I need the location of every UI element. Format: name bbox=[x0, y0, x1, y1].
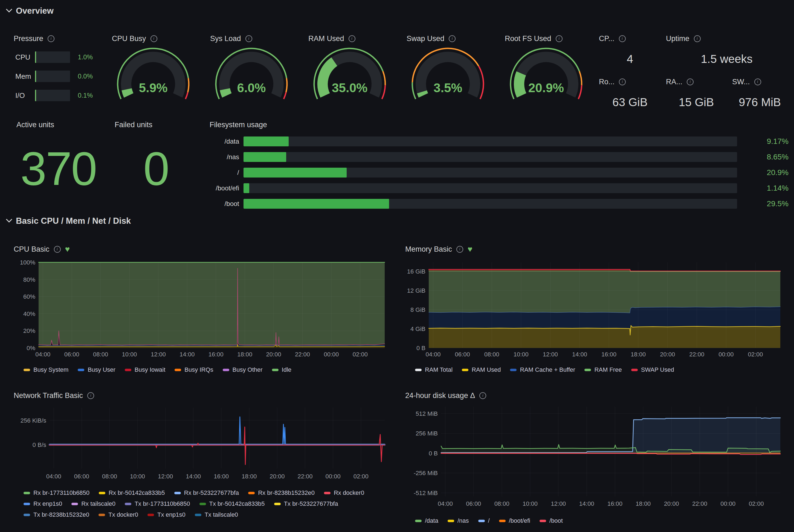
svg-text:100%: 100% bbox=[20, 259, 35, 266]
legend-item[interactable]: Rx enp1s0 bbox=[23, 500, 62, 507]
legend-item[interactable]: Tx br-1773110b6850 bbox=[125, 500, 190, 507]
filesystem-row: /boot/efi1.14% bbox=[208, 183, 789, 193]
info-icon[interactable]: i bbox=[619, 78, 626, 86]
legend-color-chip bbox=[223, 369, 229, 371]
legend-item[interactable]: /boot bbox=[540, 517, 563, 524]
legend-item[interactable]: RAM Total bbox=[415, 366, 453, 373]
legend-item[interactable]: /nas bbox=[448, 517, 469, 524]
panel-title[interactable]: Uptime bbox=[666, 35, 689, 43]
legend-item[interactable]: RAM Used bbox=[462, 366, 501, 373]
section-basic[interactable]: Basic CPU / Mem / Net / Disk bbox=[8, 216, 131, 226]
info-icon[interactable]: i bbox=[348, 35, 355, 42]
stat-value: 63 GiB bbox=[598, 96, 662, 109]
svg-text:12:00: 12:00 bbox=[158, 473, 173, 480]
legend-item[interactable]: /data bbox=[415, 517, 438, 524]
legend-color-chip bbox=[174, 369, 181, 371]
active-units-value: 370 bbox=[13, 145, 104, 192]
info-icon[interactable]: i bbox=[449, 35, 456, 42]
panel-title[interactable]: SW... bbox=[732, 78, 750, 86]
panel-title[interactable]: Active units bbox=[16, 121, 54, 129]
pressure-rows: CPU1.0%Mem0.0%I/O0.1% bbox=[13, 44, 104, 101]
info-icon[interactable]: i bbox=[54, 246, 61, 253]
panel-title[interactable]: Sys Load bbox=[210, 35, 241, 43]
disk-usage-legend: /data/nas//boot/efi/boot bbox=[404, 514, 789, 524]
panel-memory-basic: Memory Basic i ♥ 16 GiB12 GiB8 GiB4 GiB0… bbox=[404, 241, 789, 379]
panel-title[interactable]: CPU Busy bbox=[112, 35, 146, 43]
legend-item[interactable]: Rx docker0 bbox=[324, 489, 364, 496]
panel-title[interactable]: CPU Basic bbox=[14, 245, 50, 253]
legend-item[interactable]: RAM Cache + Buffer bbox=[510, 366, 575, 373]
legend-item[interactable]: Busy Iowait bbox=[125, 366, 166, 373]
panel-title[interactable]: 24-hour disk usage Δ bbox=[405, 392, 475, 400]
legend-item[interactable]: / bbox=[478, 517, 490, 524]
info-icon[interactable]: i bbox=[87, 392, 94, 399]
info-icon[interactable]: i bbox=[48, 35, 54, 42]
svg-text:60%: 60% bbox=[23, 293, 35, 300]
panel-title[interactable]: CP... bbox=[599, 35, 615, 43]
legend-item[interactable]: Rx tailscale0 bbox=[71, 500, 115, 507]
legend-item[interactable]: Busy Other bbox=[223, 366, 263, 373]
panel-title[interactable]: Ro... bbox=[599, 78, 615, 86]
legend-item[interactable]: RAM Free bbox=[584, 366, 622, 373]
info-icon[interactable]: i bbox=[479, 392, 486, 399]
panel-title-pressure[interactable]: Pressure bbox=[14, 35, 43, 43]
panel-title[interactable]: RAM Used bbox=[308, 35, 344, 43]
memory-basic-legend: RAM TotalRAM UsedRAM Cache + BufferRAM F… bbox=[404, 363, 789, 373]
legend-item[interactable]: /boot/efi bbox=[499, 517, 530, 524]
svg-text:18:00: 18:00 bbox=[636, 500, 650, 507]
panel-title[interactable]: Root FS Used bbox=[505, 35, 551, 43]
panel-gauge-cpu-busy: CPU Busy i 5.9% bbox=[111, 30, 196, 112]
panel-title[interactable]: Filesystem usage bbox=[210, 121, 267, 129]
panel-title[interactable]: Swap Used bbox=[407, 35, 444, 43]
info-icon[interactable]: i bbox=[619, 35, 626, 42]
memory-basic-chart[interactable]: 16 GiB12 GiB8 GiB4 GiB0 B04:0006:0008:00… bbox=[404, 257, 789, 363]
legend-label: Rx br-50142ca833b5 bbox=[109, 489, 165, 496]
filesystem-row-label: /data bbox=[208, 138, 244, 145]
disk-usage-chart[interactable]: 512 MiB256 MiB0 B-256 MiB-512 MiB04:0006… bbox=[404, 403, 789, 514]
pressure-row-value: 0.1% bbox=[70, 92, 104, 99]
legend-item[interactable]: Rx br-523227677bfa bbox=[174, 489, 239, 496]
info-icon[interactable]: i bbox=[456, 246, 463, 253]
legend-item[interactable]: Busy IRQs bbox=[174, 366, 213, 373]
legend-item[interactable]: Rx br-8238b15232e0 bbox=[248, 489, 315, 496]
info-icon[interactable]: i bbox=[687, 78, 694, 86]
info-icon[interactable]: i bbox=[754, 78, 761, 86]
svg-text:10:00: 10:00 bbox=[130, 473, 145, 480]
panel-title[interactable]: Failed units bbox=[115, 121, 152, 129]
network-traffic-chart[interactable]: 256 KiB/s0 B/s04:0006:0008:0010:0012:001… bbox=[13, 403, 393, 487]
pressure-bar bbox=[35, 52, 70, 63]
legend-label: Rx br-8238b15232e0 bbox=[258, 489, 315, 496]
legend-item[interactable]: SWAP Used bbox=[631, 366, 674, 373]
section-overview[interactable]: Overview bbox=[8, 6, 54, 16]
legend-color-chip bbox=[125, 369, 131, 371]
legend-color-chip bbox=[99, 492, 105, 494]
legend-item[interactable]: Tx br-8238b15232e0 bbox=[23, 511, 89, 518]
legend-item[interactable]: Idle bbox=[272, 366, 291, 373]
chevron-down-icon bbox=[6, 216, 12, 223]
panel-title[interactable]: RA... bbox=[666, 78, 682, 86]
svg-text:16:00: 16:00 bbox=[607, 500, 622, 507]
info-icon[interactable]: i bbox=[556, 35, 563, 42]
svg-text:00:00: 00:00 bbox=[718, 351, 734, 358]
info-icon[interactable]: i bbox=[694, 35, 701, 42]
panel-title[interactable]: Network Traffic Basic bbox=[14, 392, 83, 400]
legend-item[interactable]: Busy System bbox=[23, 366, 69, 373]
legend-item[interactable]: Tx br-523227677bfa bbox=[274, 500, 338, 507]
info-icon[interactable]: i bbox=[150, 35, 157, 42]
gauge-sys-load: 6.0% bbox=[209, 44, 294, 111]
info-icon[interactable]: i bbox=[245, 35, 252, 42]
cpu-basic-chart[interactable]: 100%80%60%40%20%0%04:0006:0008:0010:0012… bbox=[13, 257, 393, 363]
legend-item[interactable]: Tx br-50142ca833b5 bbox=[200, 500, 265, 507]
legend-item[interactable]: Tx docker0 bbox=[98, 511, 138, 518]
panel-failed-units: Failed units 0 bbox=[111, 116, 201, 209]
svg-text:3.5%: 3.5% bbox=[434, 81, 462, 95]
legend-item[interactable]: Rx br-50142ca833b5 bbox=[99, 489, 165, 496]
legend-color-chip bbox=[499, 520, 506, 522]
legend-item[interactable]: Tx enp1s0 bbox=[148, 511, 186, 518]
svg-text:20:00: 20:00 bbox=[660, 351, 675, 358]
legend-item[interactable]: Rx br-1773110b6850 bbox=[23, 489, 90, 496]
legend-item[interactable]: Busy User bbox=[78, 366, 115, 373]
panel-title[interactable]: Memory Basic bbox=[405, 245, 452, 253]
legend-label: Busy Other bbox=[232, 366, 263, 373]
legend-item[interactable]: Tx tailscale0 bbox=[195, 511, 238, 518]
